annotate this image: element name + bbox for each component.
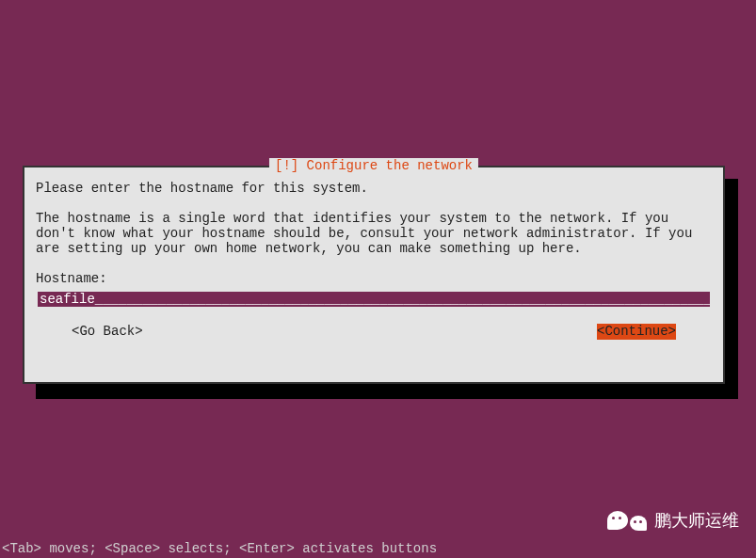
keyboard-hint: <Tab> moves; <Space> selects; <Enter> ac… — [2, 541, 437, 556]
go-back-button[interactable]: <Go Back> — [72, 324, 143, 339]
dialog-title-wrap: [!] Configure the network — [269, 158, 478, 173]
continue-button[interactable]: <Continue> — [597, 324, 676, 339]
description-text: The hostname is a single word that ident… — [36, 211, 712, 256]
watermark-text: 鹏大师运维 — [654, 509, 739, 532]
intro-text: Please enter the hostname for this syste… — [36, 181, 712, 196]
input-fill: ________________________________________… — [95, 292, 710, 307]
watermark: 鹏大师运维 — [607, 509, 739, 532]
configure-network-dialog: [!] Configure the network Please enter t… — [23, 166, 725, 384]
dialog-content: Please enter the hostname for this syste… — [24, 167, 723, 349]
hostname-input[interactable]: seafile_________________________________… — [38, 292, 710, 307]
wechat-icon — [607, 510, 647, 531]
hostname-label: Hostname: — [36, 271, 712, 286]
hostname-value: seafile — [40, 292, 95, 307]
button-row: <Go Back> <Continue> — [36, 324, 712, 339]
dialog-title: [!] Configure the network — [275, 158, 473, 173]
